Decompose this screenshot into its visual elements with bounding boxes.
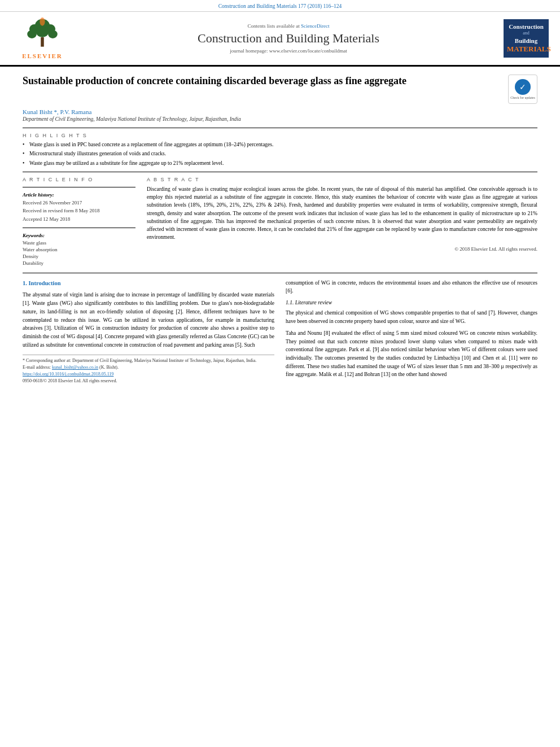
authors-line: Kunal Bisht *, P.V. Ramana [23,108,537,115]
divider-5 [23,273,537,273]
section1-right: consumption of WG in concrete, reduces t… [286,279,537,295]
journal-badge: Construction and Building MATERIALS [504,19,549,58]
journal-main-title: Construction and Building Materials [79,31,498,46]
contents-line: Contents lists available at ScienceDirec… [79,23,498,29]
elsevier-logo: ELSEVIER [11,18,73,59]
abstract-text: Discarding of waste glass is creating ma… [147,185,537,242]
issn-line: 0950-0618/© 2018 Elsevier Ltd. All right… [23,378,274,385]
email-line: E-mail address: kunal_bisht@yahoo.co.in … [23,364,274,371]
doi-link[interactable]: https://doi.org/10.1016/j.conbuildmat.20… [23,372,113,377]
email-label: E-mail address: [23,365,51,370]
email-link[interactable]: kunal_bisht@yahoo.co.in [52,365,98,370]
received-date: Received 26 November 2017 [23,199,135,207]
keyword-4: Durability [23,260,135,266]
article-title: Sustainable production of concrete conta… [23,75,502,88]
revised-date: Received in revised form 8 May 2018 [23,207,135,215]
badge-title-line1: Construction [507,23,545,30]
badge-materials: MATERIALS [507,45,545,54]
subsection-title: 1.1. Literature review [286,299,537,307]
highlight-item-3: Waste glass may be utilized as a substit… [23,160,537,167]
keywords-label: Keywords: [23,233,135,238]
footnote-text: * Corresponding author at: Department of… [23,357,274,364]
section1-p1: The abysmal state of virgin land is aris… [23,291,274,349]
highlights-section: H I G H L I G H T S Waste glass is used … [23,133,537,167]
subsection-p1: The physical and chemical composition of… [286,309,537,325]
main-content: Sustainable production of concrete conta… [0,67,560,396]
body-left-col: 1. Introduction The abysmal state of vir… [23,279,274,385]
svg-rect-6 [41,37,44,47]
highlights-label: H I G H L I G H T S [23,133,537,138]
journal-header-main: ELSEVIER Contents lists available at Sci… [0,12,560,67]
highlight-item-2: Microstructural study illustrates genera… [23,150,537,158]
divider-1 [23,128,537,128]
author-link[interactable]: Kunal Bisht *, P.V. Ramana [23,108,91,115]
journal-homepage: journal homepage: www.elsevier.com/locat… [79,48,498,54]
svg-point-5 [36,27,49,37]
check-updates-label: Check for updates [510,96,535,99]
article-info-abstract: A R T I C L E I N F O Article history: R… [23,177,537,267]
article-title-section: Sustainable production of concrete conta… [23,75,537,104]
keyword-1: Waste glass [23,240,135,246]
affiliation: Department of Civil Engineering, Malaviy… [23,116,537,122]
svg-point-3 [27,30,37,38]
doi-line: https://doi.org/10.1016/j.conbuildmat.20… [23,371,274,378]
check-updates-badge: ✓ Check for updates [508,75,537,104]
keyword-3: Density [23,254,135,259]
elsevier-tree-icon [20,18,65,51]
email-suffix: (K. Bisht). [99,365,119,370]
footer-footnote: * Corresponding author at: Department of… [23,355,274,385]
svg-point-4 [48,30,58,38]
check-updates-icon: ✓ [515,79,531,95]
section1-title: 1. Introduction [23,279,274,288]
badge-line2: and [507,30,545,36]
body-right-col: consumption of WG in concrete, reduces t… [286,279,537,385]
svg-point-7 [40,18,45,26]
divider-2 [23,172,537,172]
journal-title-center: Contents lists available at ScienceDirec… [79,23,498,54]
body-section: 1. Introduction The abysmal state of vir… [23,279,537,385]
journal-citation: Construction and Building Materials 177 … [218,3,342,9]
article-info-panel: A R T I C L E I N F O Article history: R… [23,177,135,267]
badge-title-line3: Building [507,37,545,45]
divider-3 [23,187,135,187]
keyword-2: Water absorption [23,247,135,252]
abstract-section: A B S T R A C T Discarding of waste glas… [147,177,537,267]
accepted-date: Accepted 12 May 2018 [23,216,135,223]
sciencedirect-link[interactable]: ScienceDirect [301,23,329,29]
history-label: Article history: [23,192,135,198]
elsevier-name: ELSEVIER [22,53,63,59]
article-info-label: A R T I C L E I N F O [23,177,135,182]
highlight-item-1: Waste glass is used in PPC based concret… [23,141,537,148]
journal-header-top: Construction and Building Materials 177 … [0,0,560,12]
copyright-line: © 2018 Elsevier Ltd. All rights reserved… [147,246,537,252]
abstract-label: A B S T R A C T [147,177,537,182]
divider-4 [23,228,135,228]
subsection-p2: Taha and Nounu [8] evaluated the effect … [286,329,537,379]
